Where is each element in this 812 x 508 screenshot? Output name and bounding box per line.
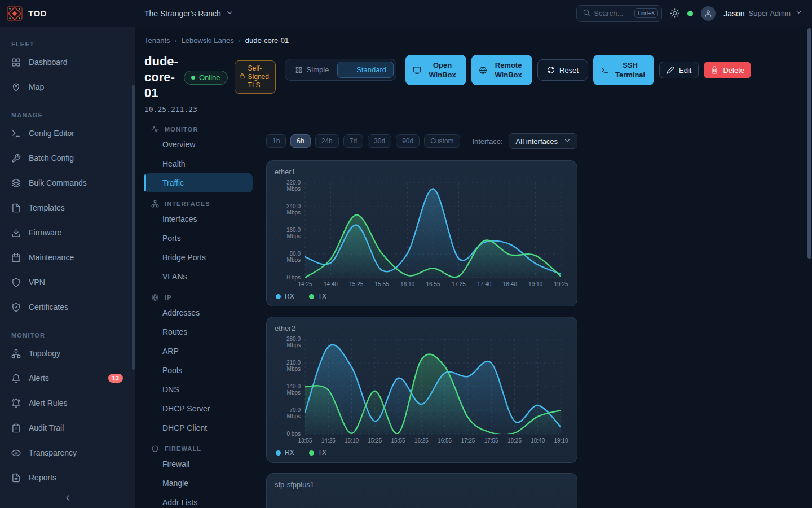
toggle-standard[interactable]: Standard (337, 62, 394, 78)
chart-title-sfp-sfpplus1: sfp-sfpplus1 (275, 480, 569, 489)
range-30d[interactable]: 30d (368, 134, 391, 148)
subnav-item-firewall[interactable]: Firewall (144, 454, 253, 474)
edit-button[interactable]: Edit (659, 62, 699, 78)
svg-text:14:25: 14:25 (321, 437, 336, 444)
activity-icon (151, 125, 159, 133)
device-title-block: dude-core-01 10.25.211.23 (144, 54, 182, 113)
sidebar-item-templates[interactable]: Templates (7, 195, 129, 220)
remote-winbox-button[interactable]: Remote WinBox (471, 55, 532, 85)
sidebar-section-fleet: FLEET (7, 38, 129, 50)
theme-toggle-button[interactable] (670, 8, 679, 18)
device-subnav: MONITOROverviewHealthTrafficINTERFACESIn… (144, 124, 253, 508)
svg-text:0 bps: 0 bps (287, 274, 301, 281)
sidebar-item-map[interactable]: Map (7, 75, 129, 99)
legend-rx: RX (276, 449, 294, 457)
svg-text:16:10: 16:10 (400, 281, 414, 287)
breadcrumb-separator: › (239, 37, 241, 45)
user-role: Super Admin (749, 9, 791, 17)
search-input[interactable] (594, 9, 631, 17)
monitor-icon (413, 66, 421, 75)
user-name: Jason (723, 9, 744, 18)
sidebar-item-bulk-commands[interactable]: Bulk Commands (7, 170, 129, 195)
pencil-icon (667, 66, 674, 74)
range-custom[interactable]: Custom (424, 134, 460, 148)
svg-text:Mbps: Mbps (287, 186, 301, 192)
range-6h[interactable]: 6h (290, 134, 310, 148)
user-icon (704, 10, 712, 17)
subnav-item-interfaces[interactable]: Interfaces (144, 209, 253, 229)
svg-text:17:25: 17:25 (461, 437, 475, 444)
subnav-item-vlans[interactable]: VLANs (144, 267, 253, 286)
reset-button[interactable]: Reset (537, 59, 588, 81)
user-menu[interactable]: Jason Super Admin (723, 8, 803, 19)
file-icon (11, 203, 21, 213)
traffic-card-ether2: ether20 bps70.0Mbps140.0Mbps210.0Mbps280… (266, 317, 577, 463)
sidebar-item-batch-config[interactable]: Batch Config (7, 146, 129, 170)
page-scrollbar[interactable] (807, 28, 811, 259)
sidebar-item-config-editor[interactable]: Config Editor (7, 121, 129, 146)
sidebar-item-dashboard[interactable]: Dashboard (7, 50, 129, 75)
subnav-section-interfaces: INTERFACES (144, 198, 253, 209)
ssh-terminal-button[interactable]: SSH Terminal (593, 55, 654, 85)
sun-icon (670, 8, 679, 18)
svg-text:15:55: 15:55 (391, 437, 405, 444)
svg-text:80.0: 80.0 (290, 251, 301, 257)
subnav-item-bridge-ports[interactable]: Bridge Ports (144, 248, 253, 267)
breadcrumb-tenants[interactable]: Tenants (144, 36, 170, 45)
sidebar-collapse-button[interactable] (0, 487, 135, 508)
subnav-item-addr-lists[interactable]: Addr Lists (144, 493, 253, 508)
subnav-item-arp[interactable]: ARP (144, 341, 253, 361)
subnav-item-dhcp-client[interactable]: DHCP Client (144, 418, 253, 437)
range-7d[interactable]: 7d (343, 134, 363, 148)
range-90d[interactable]: 90d (396, 134, 420, 148)
delete-button[interactable]: Delete (704, 62, 751, 78)
sidebar-item-topology[interactable]: Topology (7, 341, 129, 366)
subnav-item-ports[interactable]: Ports (144, 229, 253, 248)
svg-text:19:10: 19:10 (528, 281, 542, 287)
time-range-group: 1h6h24h7d30d90dCustom (266, 134, 460, 148)
sidebar-scrollbar[interactable] (132, 85, 135, 370)
svg-text:15:25: 15:25 (368, 437, 382, 444)
subnav-item-routes[interactable]: Routes (144, 322, 253, 341)
subnav-item-health[interactable]: Health (144, 154, 253, 173)
subnav-item-dns[interactable]: DNS (144, 380, 253, 399)
svg-text:280.0: 280.0 (286, 336, 301, 342)
sidebar-item-vpn[interactable]: VPN (7, 270, 129, 295)
sidebar-item-transparency[interactable]: Transparency (7, 440, 129, 465)
online-dot-icon (191, 76, 195, 80)
subnav-item-dhcp-server[interactable]: DHCP Server (144, 399, 253, 418)
sidebar-item-firmware[interactable]: Firmware (7, 220, 129, 245)
sidebar-section-manage: MANAGE (7, 110, 129, 121)
chart-title-ether2: ether2 (275, 324, 569, 332)
tenant-selector[interactable]: The Stranger's Ranch (144, 8, 234, 19)
sidebar-item-audit-trail[interactable]: Audit Trail (7, 415, 129, 440)
subnav-item-traffic[interactable]: Traffic (144, 173, 253, 192)
breadcrumb-current: dude-core-01 (245, 36, 289, 45)
shield-icon (11, 278, 21, 287)
subnav-item-overview[interactable]: Overview (144, 135, 253, 154)
subnav-item-mangle[interactable]: Mangle (144, 474, 253, 493)
chevron-left-icon (63, 493, 72, 502)
breadcrumb-tenant[interactable]: Lebowski Lanes (182, 36, 234, 45)
sidebar-item-alerts[interactable]: Alerts13 (7, 366, 129, 391)
interface-select[interactable]: All interfaces (509, 133, 577, 149)
open-winbox-button[interactable]: Open WinBox (405, 55, 466, 85)
range-1h[interactable]: 1h (266, 134, 286, 148)
svg-text:18:40: 18:40 (531, 437, 545, 444)
wrench-icon (11, 154, 21, 163)
traffic-chart-ether2[interactable]: 0 bps70.0Mbps140.0Mbps210.0Mbps280.0Mbps… (275, 334, 568, 445)
work-row: MONITOROverviewHealthTrafficINTERFACESIn… (144, 124, 812, 508)
sidebar-item-maintenance[interactable]: Maintenance (7, 245, 129, 270)
calendar-icon (11, 253, 21, 262)
sidebar-item-alert-rules[interactable]: Alert Rules (7, 391, 129, 415)
search-box[interactable]: Cmd+K (576, 5, 662, 22)
chevron-down-icon (795, 8, 803, 16)
avatar[interactable] (701, 6, 716, 21)
toggle-simple[interactable]: Simple (288, 62, 337, 78)
traffic-chart-ether1[interactable]: 0 bps80.0Mbps160.0Mbps240.0Mbps320.0Mbps… (275, 177, 568, 289)
range-24h[interactable]: 24h (315, 134, 339, 148)
subnav-item-addresses[interactable]: Addresses (144, 303, 253, 322)
sidebar-item-certificates[interactable]: Certificates (7, 295, 129, 319)
subnav-item-pools[interactable]: Pools (144, 361, 253, 380)
svg-text:Mbps: Mbps (287, 389, 301, 396)
